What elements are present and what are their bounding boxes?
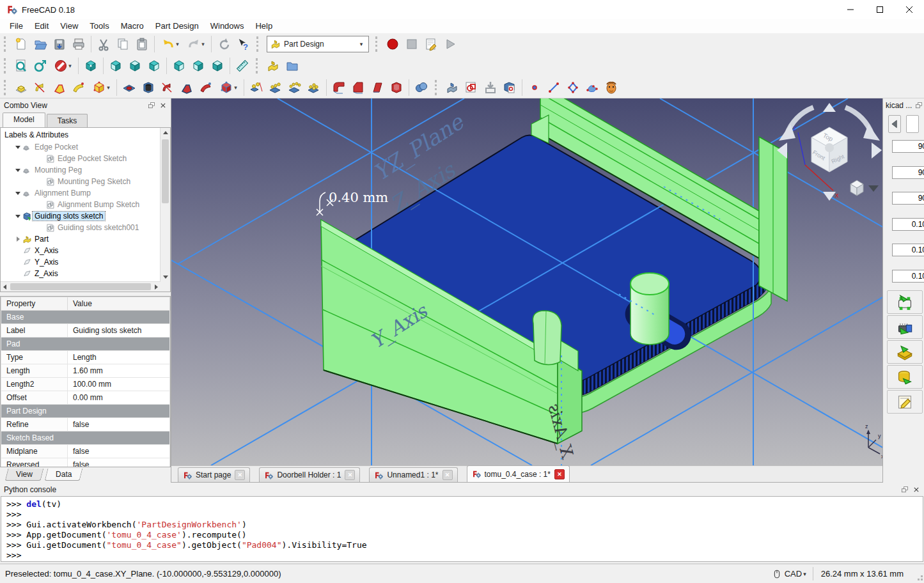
additive-loft-button[interactable]: [50, 78, 69, 97]
subtractive-primitive-button[interactable]: ▾: [215, 78, 241, 97]
toolbar-grip[interactable]: [4, 80, 9, 95]
tree-expander-icon[interactable]: [15, 144, 21, 150]
menu-help[interactable]: Help: [249, 19, 278, 33]
toolbar-grip[interactable]: [4, 58, 9, 74]
document-tab[interactable]: Unnamed1 : 1*✕: [369, 467, 457, 482]
float-panel-icon[interactable]: [900, 485, 910, 495]
linear-pattern-button[interactable]: [266, 78, 285, 97]
property-row[interactable]: Length1.60 mm: [1, 364, 170, 378]
subtractive-loft-button[interactable]: [177, 78, 196, 97]
close-tab-icon[interactable]: ✕: [345, 470, 355, 480]
alignment-bump[interactable]: [533, 311, 561, 365]
float-panel-icon[interactable]: [914, 100, 924, 111]
property-value[interactable]: 0.00 mm: [68, 391, 170, 405]
thickness-button[interactable]: [387, 78, 406, 97]
float-panel-icon[interactable]: [146, 100, 157, 111]
menu-file[interactable]: File: [4, 19, 29, 33]
menu-tools[interactable]: Tools: [84, 19, 114, 33]
property-value[interactable]: Length: [68, 351, 170, 364]
close-button[interactable]: [895, 0, 924, 19]
paste-button[interactable]: [132, 35, 152, 54]
create-rhombus-button[interactable]: [563, 78, 583, 97]
toolbar-grip[interactable]: [256, 58, 261, 74]
edit-notes-button[interactable]: [887, 390, 923, 414]
copy-button[interactable]: [113, 35, 132, 54]
kicad-blank-button[interactable]: [906, 115, 919, 133]
export-board-button[interactable]: [887, 340, 923, 364]
map-sketch-button[interactable]: [500, 78, 519, 97]
cut-button[interactable]: [94, 35, 113, 54]
property-value[interactable]: false: [68, 418, 170, 431]
tree-item[interactable]: Guiding slots sketch: [1, 210, 170, 222]
macro-edit-button[interactable]: [421, 35, 441, 54]
additive-pipe-button[interactable]: [69, 78, 88, 97]
macro-record-button[interactable]: [383, 35, 402, 54]
toolbar-grip[interactable]: [256, 36, 262, 52]
document-tab[interactable]: Doorbell Holder : 1✕: [259, 467, 360, 482]
kicad-value-field[interactable]: [892, 244, 924, 256]
tree-item[interactable]: Guiding slots sketch001: [1, 222, 170, 233]
property-row[interactable]: LabelGuiding slots sketch: [1, 324, 170, 338]
property-group-row[interactable]: Part Design: [1, 405, 170, 418]
tab-data[interactable]: Data: [44, 469, 82, 481]
property-row[interactable]: Length2100.00 mm: [1, 378, 170, 391]
measure-distance-button[interactable]: [233, 56, 252, 75]
open-button[interactable]: [31, 35, 50, 54]
view-axonometric-button[interactable]: [81, 56, 100, 75]
pad-button[interactable]: [12, 78, 31, 97]
export-db-button[interactable]: [887, 365, 923, 389]
chamfer-button[interactable]: [348, 78, 368, 97]
whats-this-button[interactable]: ?: [233, 35, 253, 54]
property-value[interactable]: 100.00 mm: [68, 378, 170, 391]
3d-viewport[interactable]: YZ_Plane Z_Axis Y_Axis X_Axis 0.40 mm z …: [171, 98, 882, 465]
document-tab[interactable]: tomu_0.4_case : 1*✕: [467, 465, 570, 482]
tree-item[interactable]: X_Axis: [1, 245, 170, 256]
navigation-style-selector[interactable]: CAD ▾: [771, 569, 806, 579]
close-tab-icon[interactable]: ✕: [442, 470, 453, 480]
tree-item[interactable]: Y_Axis: [1, 256, 170, 268]
boolean-operation-button[interactable]: [412, 78, 431, 97]
pocket-button[interactable]: [120, 78, 139, 97]
mounting-peg-cylinder[interactable]: [630, 273, 669, 345]
property-group-row[interactable]: Pad: [1, 338, 170, 351]
create-group-button[interactable]: [283, 56, 302, 75]
toolbar-grip[interactable]: [4, 36, 9, 52]
property-row[interactable]: Midplanefalse: [1, 445, 170, 458]
hole-button[interactable]: [139, 78, 158, 97]
sketch-face-button[interactable]: [602, 78, 621, 97]
tree-vertical-scrollbar[interactable]: [160, 128, 170, 292]
tree-item[interactable]: Part: [1, 233, 170, 245]
fit-selection-button[interactable]: [31, 56, 50, 75]
revolution-button[interactable]: [31, 78, 50, 97]
mirrored-button[interactable]: [247, 78, 266, 97]
kicad-value-field[interactable]: [892, 270, 924, 283]
tree-item[interactable]: Z_Axis: [1, 268, 170, 279]
property-row[interactable]: TypeLength: [1, 351, 170, 364]
minimize-button[interactable]: [836, 0, 865, 19]
workbench-selector[interactable]: Part Design▾: [267, 36, 369, 52]
menu-edit[interactable]: Edit: [29, 19, 54, 33]
tab-model[interactable]: Model: [3, 113, 45, 127]
subtractive-pipe-button[interactable]: [196, 78, 215, 97]
multi-transform-button[interactable]: [304, 78, 324, 97]
toolbar-grip[interactable]: [435, 80, 440, 95]
close-panel-icon[interactable]: [158, 100, 168, 111]
menu-part-design[interactable]: Part Design: [150, 19, 205, 33]
new-document-button[interactable]: [12, 35, 31, 54]
tab-tasks[interactable]: Tasks: [47, 114, 88, 127]
window-resize-grip[interactable]: [915, 564, 924, 583]
tree-item[interactable]: Edge Pocket: [1, 141, 170, 153]
tree-expander-icon[interactable]: [15, 236, 21, 242]
property-row[interactable]: Reversedfalse: [1, 458, 170, 468]
macro-stop-button[interactable]: [402, 35, 421, 54]
property-group-row[interactable]: Base: [1, 311, 170, 324]
kicad-back-button[interactable]: [888, 115, 901, 133]
create-body-button[interactable]: [263, 56, 283, 75]
tree-item[interactable]: Mounting Peg Sketch: [1, 176, 170, 187]
view-left-button[interactable]: [208, 56, 227, 75]
groove-button[interactable]: [158, 78, 177, 97]
tree-item[interactable]: Alignment Bump Sketch: [1, 199, 170, 210]
view-front-button[interactable]: [106, 56, 125, 75]
view-top-button[interactable]: [125, 56, 145, 75]
property-group-row[interactable]: Sketch Based: [1, 431, 170, 445]
